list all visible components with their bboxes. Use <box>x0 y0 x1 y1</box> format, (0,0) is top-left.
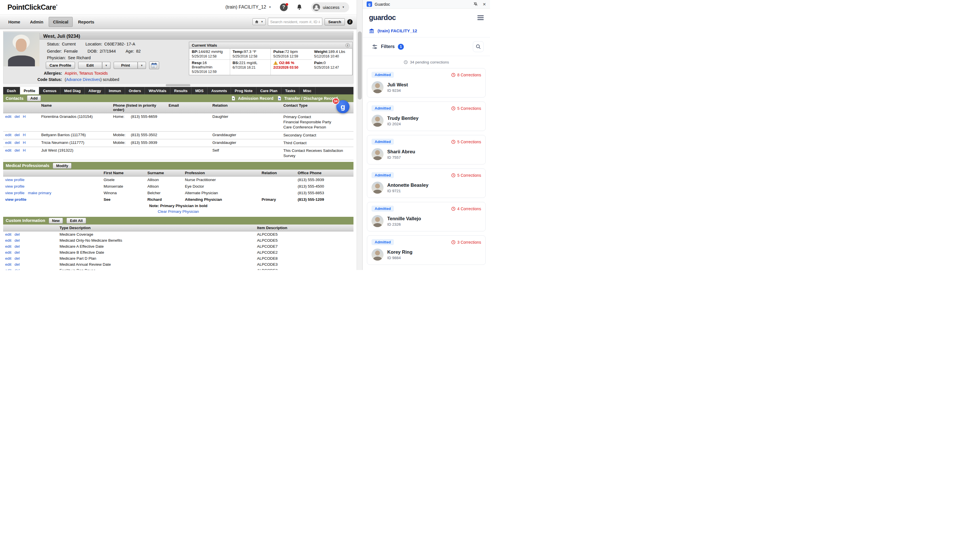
print-button[interactable]: Print <box>114 62 138 69</box>
custom-info-row: edit del Medicaid Annual Review Date ALP… <box>3 261 353 267</box>
patient-card[interactable]: Admitted 5 Corrections Antonette Beasley… <box>367 168 486 198</box>
horizontal-scrollbar-thumb[interactable] <box>166 84 190 86</box>
edit-link[interactable]: edit <box>5 114 11 130</box>
view-profile-link[interactable]: view profile <box>5 184 25 189</box>
pcc-logo[interactable]: PointClickCare° <box>8 3 57 11</box>
history-link[interactable]: H <box>23 148 26 159</box>
nav-item[interactable]: Admin ▼ <box>26 17 48 27</box>
edit-link[interactable]: edit <box>5 133 11 138</box>
edit-link[interactable]: edit <box>5 238 11 243</box>
delete-link[interactable]: del <box>14 232 20 237</box>
edit-link[interactable]: edit <box>5 244 11 249</box>
chart-tab[interactable]: Assmnts <box>207 87 231 94</box>
edit-link[interactable]: edit <box>5 262 11 267</box>
delete-link[interactable]: del <box>14 244 20 249</box>
tab-label: Prog Note <box>235 89 253 93</box>
delete-link[interactable]: del <box>14 133 20 138</box>
vital-line: Weight:189.4 Lbs <box>314 49 350 54</box>
add-contact-button[interactable]: Add <box>27 95 41 101</box>
nav-item[interactable]: Clinical ▼ <box>49 17 72 27</box>
guardoc-facility-row[interactable]: (train) FACILITY_12 <box>363 25 490 38</box>
chart-tab[interactable]: Care Plan <box>256 87 282 94</box>
delete-link[interactable]: del <box>14 238 20 243</box>
print-dropdown-button[interactable]: ▼ <box>138 62 146 69</box>
patient-card[interactable]: Admitted 5 Corrections Trudy Bentley ID … <box>367 102 486 131</box>
user-menu[interactable]: uiaccess ▼ <box>311 2 349 12</box>
chart-tab[interactable]: Tasks <box>282 87 299 94</box>
edit-dropdown-button[interactable]: ▼ <box>102 62 110 69</box>
chart-tab[interactable]: Allergy <box>85 87 105 94</box>
edit-link[interactable]: edit <box>5 140 11 146</box>
code-status-text: scrubbed <box>103 77 119 82</box>
view-profile-link[interactable]: view profile <box>5 191 25 195</box>
transfer-discharge-link[interactable]: Transfer / Discharge Record <box>277 95 338 101</box>
chart-tab[interactable]: Misc <box>299 87 315 94</box>
history-link[interactable]: H <box>23 140 26 146</box>
calendar-button[interactable] <box>149 62 159 69</box>
delete-link[interactable]: del <box>14 250 20 254</box>
history-link[interactable]: H <box>23 133 26 138</box>
search-scope-dropdown[interactable]: ▼ <box>253 18 266 25</box>
vital-date: 2/23/2026 03:50 <box>273 65 309 70</box>
pin-icon[interactable] <box>473 2 478 6</box>
facility-selector[interactable]: (train) FACILITY_12 ▼ <box>226 5 271 10</box>
edit-link[interactable]: edit <box>5 232 11 237</box>
med-first-name: Winona <box>102 190 145 196</box>
patient-search-button[interactable] <box>473 41 484 52</box>
edit-link[interactable]: edit <box>5 268 11 270</box>
chart-tab[interactable]: MDS <box>191 87 207 94</box>
info-button[interactable]: i <box>347 19 353 25</box>
guardoc-bubble-button[interactable]: g 34 <box>336 100 350 113</box>
notifications-button[interactable] <box>296 4 302 10</box>
vertical-scrollbar-thumb[interactable] <box>358 32 362 100</box>
chart-tab[interactable]: Profile <box>20 87 39 94</box>
nav-item[interactable]: Home ▼ <box>4 17 25 27</box>
help-button[interactable]: ? <box>280 3 288 11</box>
chart-tab[interactable]: Dash <box>3 87 20 94</box>
edit-link[interactable]: edit <box>5 256 11 260</box>
chart-tab[interactable]: Med Diag <box>60 87 85 94</box>
delete-link[interactable]: del <box>14 140 20 146</box>
chart-tab[interactable]: Orders <box>125 87 145 94</box>
chart-tab[interactable]: Census <box>39 87 60 94</box>
delete-link[interactable]: del <box>14 262 20 267</box>
corrections-count: 4 Corrections <box>457 206 481 211</box>
patient-card[interactable]: Admitted 3 Corrections Korey Ring ID 988… <box>367 235 486 265</box>
advance-directives-link[interactable]: Advance Directives <box>66 77 100 82</box>
chart-tab[interactable]: Immun <box>105 87 125 94</box>
vitals-info-button[interactable]: i <box>345 43 350 48</box>
edit-button[interactable]: Edit <box>78 62 102 69</box>
modify-button[interactable]: Modify <box>52 163 72 169</box>
edit-all-button[interactable]: Edit All <box>67 218 86 224</box>
new-button[interactable]: New <box>49 218 63 224</box>
patient-card[interactable]: Admitted 5 Corrections Sharii Abreu ID 7… <box>367 135 486 164</box>
chart-tab[interactable]: Prog Note <box>231 87 256 94</box>
chart-tab[interactable]: Results <box>170 87 191 94</box>
nav-item-label: Admin <box>30 19 43 24</box>
close-icon[interactable]: ✕ <box>482 2 486 6</box>
edit-link[interactable]: edit <box>5 250 11 254</box>
view-profile-link[interactable]: view profile <box>5 178 25 182</box>
chart-tab[interactable]: Wts/Vitals <box>145 87 170 94</box>
history-link[interactable]: H <box>23 114 26 130</box>
clear-primary-physician-link[interactable]: Clear Primary Physician <box>158 210 199 214</box>
delete-link[interactable]: del <box>14 148 20 159</box>
corrections-indicator: 5 Corrections <box>451 173 481 178</box>
delete-link[interactable]: del <box>14 268 20 270</box>
admission-record-link[interactable]: Admission Record <box>231 95 274 101</box>
delete-link[interactable]: del <box>14 256 20 260</box>
patient-card[interactable]: Admitted 4 Corrections Tennille Vallejo … <box>367 202 486 231</box>
patient-card[interactable]: Admitted 8 Corrections Juli West ID 9234 <box>367 68 486 97</box>
edit-link[interactable]: edit <box>5 148 11 159</box>
physician-label: Physician: <box>47 56 66 60</box>
search-input[interactable] <box>268 18 322 26</box>
filters-button[interactable]: Filters 1 <box>369 42 407 51</box>
nav-item[interactable]: Reports ▼ <box>74 17 99 27</box>
care-profile-button[interactable]: Care Profile <box>46 62 75 69</box>
menu-button[interactable] <box>477 15 484 20</box>
search-button[interactable]: Search <box>325 18 345 25</box>
view-profile-link[interactable]: view profile <box>5 197 26 202</box>
make-primary-link[interactable]: make primary <box>28 191 51 195</box>
delete-link[interactable]: del <box>14 114 20 130</box>
card-body: Antonette Beasley ID 9721 <box>372 182 481 194</box>
